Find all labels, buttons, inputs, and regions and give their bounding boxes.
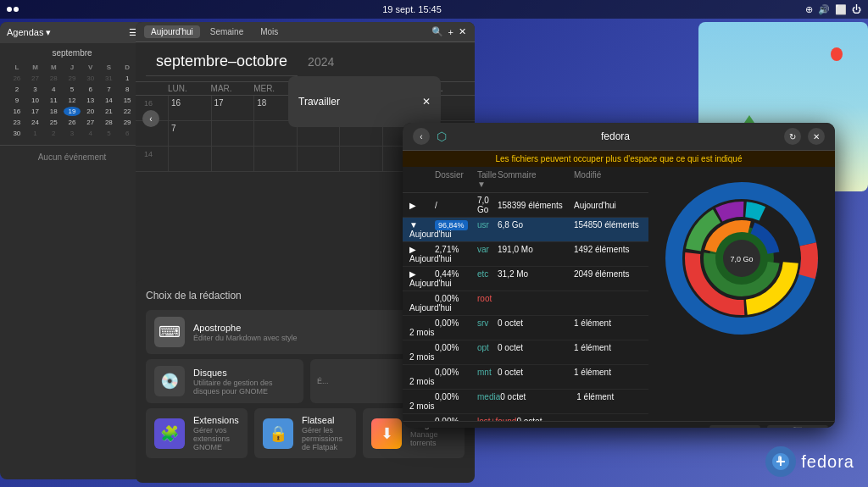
cal-day[interactable]: 26 [64, 118, 81, 127]
app-partial-text: É... [317, 377, 329, 385]
travailler-close-icon[interactable]: ✕ [422, 96, 431, 108]
disques-name: Disques [193, 368, 295, 378]
agendas-label[interactable]: Agendas ▾ [7, 27, 51, 38]
row-size: 0 octet [500, 392, 576, 401]
row-size: 0 octet [498, 368, 574, 377]
cal-day[interactable]: 10 [27, 96, 44, 105]
rings-chart-svg: 7,0 Go 7,0 Go [657, 174, 826, 343]
cal-cell[interactable] [297, 147, 340, 171]
cal-day[interactable]: 13 [82, 96, 99, 105]
network-icon: ⊕ [805, 4, 813, 15]
tab-week[interactable]: Semaine [203, 25, 250, 38]
cal-day[interactable]: 2 [8, 85, 25, 94]
day-header-m2: M [45, 63, 62, 72]
cal-day[interactable]: 29 [119, 118, 136, 127]
table-row[interactable]: 0,00% media 0 octet 1 élément 2 mois [403, 390, 648, 414]
table-row[interactable]: ▼ 96,84% usr 6,8 Go 154850 éléments Aujo… [403, 218, 648, 242]
cal-day-today[interactable]: 19 [64, 107, 81, 116]
cal-day[interactable]: 3 [64, 129, 81, 138]
calendar-month-title: septembre–octobre [146, 47, 298, 76]
calendar-prev-nav[interactable]: ‹ [142, 110, 159, 127]
cal-day[interactable]: 16 [8, 107, 25, 116]
cal-day[interactable]: 21 [101, 107, 118, 116]
tab-today[interactable]: Aujourd'hui [144, 25, 200, 38]
table-row[interactable]: 0,00% srv 0 octet 1 élément 2 mois [403, 316, 648, 340]
cal-day[interactable]: 11 [45, 96, 62, 105]
cal-day[interactable]: 26 [8, 74, 25, 83]
cal-cell[interactable] [168, 147, 211, 171]
cal-day[interactable]: 27 [82, 118, 99, 127]
table-row[interactable]: 0,00% opt 0 octet 1 élément 2 mois [403, 340, 648, 365]
row-folder: media [477, 392, 500, 401]
disk-footer: ◎ Rings Chart ⬛ Treemap Chart [403, 421, 835, 428]
cal-day[interactable]: 28 [45, 74, 62, 83]
close-icon[interactable]: ✕ [459, 26, 466, 37]
cal-day[interactable]: 6 [119, 129, 136, 138]
cal-day[interactable]: 1 [119, 74, 136, 83]
day-col-lun: LUN. [168, 84, 211, 93]
row-pct: 0,00% [435, 392, 477, 401]
calendar-year: 2024 [308, 55, 334, 69]
disk-close-button[interactable]: ✕ [808, 128, 825, 145]
cal-day[interactable]: 6 [82, 85, 99, 94]
disk-back-button[interactable]: ‹ [413, 128, 430, 145]
cal-day[interactable]: 4 [45, 85, 62, 94]
row-folder: lost+found [477, 417, 516, 421]
cal-day[interactable]: 30 [8, 129, 25, 138]
cal-cell[interactable] [253, 147, 297, 171]
app-item-extensions[interactable]: 🧩 Extensions Gérer vos extensions GNOME [146, 408, 248, 458]
cal-day[interactable]: 5 [64, 85, 81, 94]
cal-day[interactable]: 8 [119, 85, 136, 94]
row-folder: var [477, 245, 498, 254]
disk-table: Dossier Taille ▼ Sommaire Modifié ▶ / 7,… [403, 167, 648, 421]
table-row[interactable]: 0,00% mnt 0 octet 1 élément 2 mois [403, 365, 648, 390]
row-size: 6,8 Go [498, 220, 574, 230]
cal-cell[interactable]: 17 [211, 96, 254, 120]
cal-day[interactable]: 9 [8, 96, 25, 105]
cal-day[interactable]: 30 [82, 74, 99, 83]
cal-day[interactable]: 27 [27, 74, 44, 83]
cal-day[interactable]: 5 [101, 129, 118, 138]
table-row[interactable]: ▶ 2,71% var 191,0 Mo 1492 éléments Aujou… [403, 242, 648, 267]
day-header-s: S [101, 63, 118, 72]
table-row[interactable]: 0,00% root Aujourd'hui [403, 291, 648, 316]
cal-day[interactable]: 24 [27, 118, 44, 127]
apostrophe-desc: Éditer du Markdown avec style [193, 334, 437, 342]
cal-day[interactable]: 23 [8, 118, 25, 127]
cal-cell[interactable] [211, 147, 254, 171]
cal-cell[interactable]: 16 [168, 96, 211, 120]
app-item-disques[interactable]: 💿 Disques Utilitaire de gestion des disq… [146, 359, 303, 403]
cal-day[interactable]: 15 [119, 96, 136, 105]
cal-day[interactable]: 3 [27, 85, 44, 94]
cal-day[interactable]: 17 [27, 107, 44, 116]
cal-day[interactable]: 14 [101, 96, 118, 105]
cal-day[interactable]: 7 [101, 85, 118, 94]
cal-cell[interactable]: 7 [168, 121, 211, 146]
cal-day[interactable]: 31 [101, 74, 118, 83]
cal-day[interactable]: 2 [45, 129, 62, 138]
col-sommaire: Sommaire [498, 170, 574, 189]
cal-cell[interactable] [211, 121, 254, 146]
disk-reload-button[interactable]: ↻ [784, 128, 801, 145]
cal-day[interactable]: 1 [27, 129, 44, 138]
cal-day[interactable]: 12 [64, 96, 81, 105]
search-icon[interactable]: 🔍 [431, 26, 443, 37]
tab-month[interactable]: Mois [253, 25, 285, 38]
table-row[interactable]: 0,00% lost+found 0 octet 7 jours [403, 414, 648, 421]
cal-day[interactable]: 28 [101, 118, 118, 127]
add-icon[interactable]: + [448, 27, 453, 37]
power-icon[interactable]: ⏻ [852, 4, 861, 14]
cal-day[interactable]: 29 [64, 74, 81, 83]
row-folder: usr [477, 220, 498, 230]
cal-day[interactable]: 4 [82, 129, 99, 138]
table-row[interactable]: ▶ / 7,0 Go 158399 éléments Aujourd'hui [403, 193, 648, 218]
cal-cell[interactable] [339, 147, 382, 171]
app-item-flatseal[interactable]: 🔒 Flatseal Gérer les permissions de Flat… [254, 408, 356, 458]
cal-day[interactable]: 18 [45, 107, 62, 116]
treemap-chart-button[interactable]: ⬛ Treemap Chart [767, 425, 828, 428]
rings-chart-button[interactable]: ◎ Rings Chart [709, 425, 760, 428]
cal-day[interactable]: 25 [45, 118, 62, 127]
cal-day[interactable]: 20 [82, 107, 99, 116]
cal-day[interactable]: 22 [119, 107, 136, 116]
table-row[interactable]: ▶ 0,44% etc 31,2 Mo 2049 éléments Aujour… [403, 267, 648, 291]
